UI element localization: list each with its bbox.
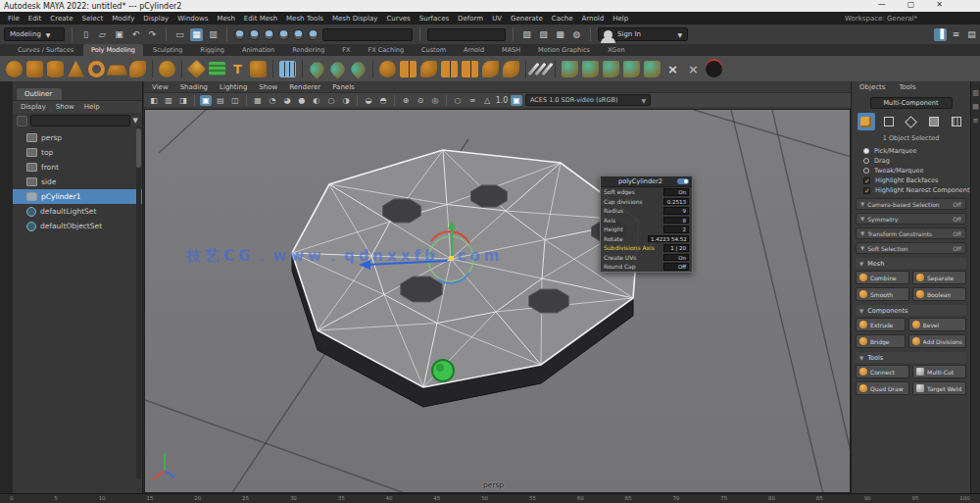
viewport-toolbar-icon-19[interactable]: ⊕ — [400, 95, 412, 106]
menu-generate[interactable]: Generate — [511, 15, 543, 23]
viewport-toolbar-icon-1[interactable]: ▥ — [163, 95, 174, 106]
make-live-icon[interactable] — [582, 61, 599, 77]
viewport-toolbar-icon-4[interactable]: ▣ — [200, 95, 212, 106]
poly-cone-icon[interactable] — [68, 61, 84, 77]
render-settings-icon[interactable]: ▩ — [554, 28, 566, 41]
new-scene-icon[interactable]: ▯ — [79, 28, 92, 41]
viewport-toolbar-icon-17[interactable]: ◓ — [377, 95, 389, 106]
toolkit-tab-objects[interactable]: Objects — [859, 83, 885, 91]
face-mode-button[interactable] — [925, 113, 943, 130]
project-curve-icon[interactable] — [603, 61, 619, 77]
outliner-item-front[interactable]: front — [13, 160, 142, 175]
viewport-toolbar-icon-20[interactable]: ⊙ — [415, 95, 426, 106]
viewport-toolbar-icon-6[interactable]: ◫ — [229, 95, 241, 106]
quad-draw-button[interactable]: Quad Draw — [856, 381, 909, 395]
chevron-down-icon[interactable]: ▼ — [133, 117, 138, 125]
outliner-menu-help[interactable]: Help — [84, 103, 100, 111]
transfer-attr-icon[interactable] — [644, 61, 661, 77]
outliner-search-input[interactable] — [30, 115, 130, 126]
menu-curves[interactable]: Curves — [386, 15, 410, 23]
outliner-menu-display[interactable]: Display — [21, 103, 46, 111]
bridge-button[interactable]: Bridge — [856, 334, 906, 348]
menu-create[interactable]: Create — [50, 15, 73, 23]
panel-menu-lighting[interactable]: Lighting — [220, 83, 247, 91]
modeling-toolkit-toggle-icon[interactable]: ▐ — [934, 28, 947, 41]
menuset-dropdown[interactable]: Modeling▼ — [4, 27, 65, 41]
poly-cylinder-icon[interactable] — [47, 61, 64, 77]
collapsed-symmetry[interactable]: ▼SymmetryOff — [856, 213, 966, 225]
retopo-icon[interactable] — [623, 61, 640, 77]
panel-menu-show[interactable]: Show — [259, 83, 277, 91]
viewport-toolbar-icon-5[interactable]: ▤ — [215, 95, 226, 106]
channel-box-toggle-icon[interactable]: ▤ — [965, 28, 978, 41]
menu-mesh-display[interactable]: Mesh Display — [332, 15, 377, 23]
shelf-tab-arnold[interactable]: Arnold — [456, 44, 492, 56]
popup-attr-value[interactable]: 2 — [663, 226, 689, 233]
section-header-components[interactable]: ▼Components — [856, 305, 966, 316]
menu-modify[interactable]: Modify — [112, 15, 134, 23]
separate-button[interactable]: Separate — [912, 271, 966, 284]
shelf-tab-xgen[interactable]: XGen — [600, 44, 633, 56]
menu-deform[interactable]: Deform — [458, 15, 483, 23]
extrude-icon[interactable] — [441, 61, 458, 77]
menu-mesh-tools[interactable]: Mesh Tools — [286, 15, 323, 23]
snap-point-icon[interactable] — [264, 29, 274, 40]
menu-cache[interactable]: Cache — [552, 15, 573, 23]
quad-draw-icon[interactable] — [562, 61, 578, 77]
separate-icon[interactable] — [400, 61, 416, 77]
bridge-icon[interactable] — [482, 61, 499, 77]
viewport-toolbar-icon-26[interactable]: 1.0 — [496, 95, 508, 106]
viewport-toolbar-icon-14[interactable]: ◑ — [340, 95, 352, 106]
select-object-icon[interactable]: ▦ — [190, 28, 203, 41]
shelf-tab-rendering[interactable]: Rendering — [284, 44, 332, 56]
bevel-button[interactable]: Bevel — [908, 318, 966, 331]
sphere-project-icon[interactable] — [159, 61, 175, 77]
filter-icon[interactable] — [17, 116, 27, 126]
vertex-mode-button[interactable] — [880, 113, 898, 130]
viewport-toolbar-icon-25[interactable]: △ — [481, 95, 493, 106]
viewport-toolbar-icon-9[interactable]: ◔ — [267, 95, 278, 106]
viewport-toolbar-icon-24[interactable]: ∞ — [466, 95, 478, 106]
extrude-button[interactable]: Extrude — [856, 318, 906, 331]
super-shape-icon[interactable] — [187, 59, 206, 77]
collapsed-camera-based-selection[interactable]: ▼Camera-based SelectionOff — [856, 198, 966, 210]
radio-tweak-marquee[interactable]: Tweak/Marquee — [852, 166, 970, 176]
checkbox-highlight-nearest-component[interactable]: ✓Highlight Nearest Component — [852, 185, 970, 195]
target-weld-button[interactable]: Target Weld — [912, 381, 966, 395]
poly-sphere-icon[interactable] — [6, 61, 23, 77]
viewport-toolbar-icon-12[interactable]: ◐ — [311, 95, 322, 106]
snap-view-plane-icon[interactable] — [293, 29, 304, 40]
attribute-editor-tab-icon[interactable]: ▤ — [972, 103, 979, 111]
sculpt-tool-icon[interactable] — [307, 59, 326, 78]
toolkit-tab-tools[interactable]: Tools — [899, 83, 915, 91]
bomb-icon[interactable] — [706, 61, 722, 77]
popup-attr-value[interactable]: 8 — [663, 217, 689, 225]
shelf-tab-poly-modeling[interactable]: Poly Modeling — [83, 44, 143, 56]
freeze-transform-icon[interactable]: × — [685, 61, 702, 77]
outliner-item-top[interactable]: top — [13, 145, 142, 160]
multi-component-button[interactable]: Multi-Component — [870, 97, 953, 109]
panel-menu-view[interactable]: View — [152, 83, 169, 91]
uv-editor-icon[interactable] — [279, 61, 296, 77]
outliner-item-pcylinder1[interactable]: pCylinder1 — [13, 189, 142, 204]
poly-cube-icon[interactable] — [26, 61, 43, 77]
shelf-tab-curves-surfaces[interactable]: Curves / Surfaces — [10, 44, 81, 56]
time-slider[interactable]: 0510152025303540455055606570758085909510… — [0, 493, 980, 503]
viewport-toolbar-icon-23[interactable]: ○ — [452, 95, 464, 106]
popup-toggle[interactable] — [677, 178, 689, 184]
combine-icon[interactable] — [379, 61, 396, 77]
viewport-toolbar-icon-16[interactable]: ◒ — [363, 95, 374, 106]
outliner-item-side[interactable]: side — [13, 175, 142, 189]
radio-pick-marquee[interactable]: Pick/Marquee — [852, 146, 970, 156]
boolean-icon[interactable] — [420, 61, 437, 77]
close-button[interactable]: ✕ — [936, 0, 943, 9]
bevel-icon[interactable] — [462, 61, 478, 77]
poly-disc-icon[interactable] — [129, 61, 146, 77]
panel-menu-shading[interactable]: Shading — [180, 83, 208, 91]
outliner-item-defaultlightset[interactable]: defaultLightSet — [13, 204, 142, 219]
type-tool-icon[interactable]: T — [229, 61, 246, 77]
menu-edit-mesh[interactable]: Edit Mesh — [244, 15, 277, 23]
outliner-menu-show[interactable]: Show — [56, 103, 74, 111]
uv-mode-button[interactable] — [948, 113, 965, 130]
type-box-icon[interactable] — [250, 61, 267, 77]
